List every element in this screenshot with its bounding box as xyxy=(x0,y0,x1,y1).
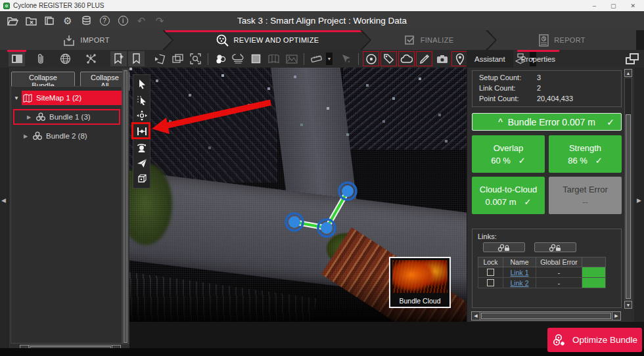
redo-icon[interactable]: ↷ xyxy=(151,14,168,28)
tree-item-bundle-2[interactable]: ▶ Bundle 2 (8) xyxy=(11,129,122,143)
sitemap-tree: ▼ SiteMap 1 (2) ▶ Bundle 1 (3) ▶ xyxy=(11,86,122,344)
review-magnifier-icon xyxy=(216,33,229,47)
tile-overlap: Overlap 60 %✓ xyxy=(472,135,545,173)
scroll-down-icon[interactable]: ▼ xyxy=(624,301,632,309)
expander-right-icon[interactable]: ▶ xyxy=(24,114,34,120)
add-bookmark-icon[interactable] xyxy=(110,51,127,66)
scroll-up-icon[interactable]: ▲ xyxy=(624,69,632,77)
properties-vertical-scrollbar[interactable]: ▲ ▼ xyxy=(624,69,632,309)
workflow-bar: IMPORT REVIEW AND OPTIMIZE FINALIZE REPO… xyxy=(0,30,644,50)
import-download-icon xyxy=(62,35,76,46)
minimize-button[interactable]: – xyxy=(593,3,596,9)
tree-item-sitemap-1[interactable]: ▼ SiteMap 1 (2) xyxy=(11,91,122,105)
main-toolbar: ⚙ ? i ↶ ↷ Task 3 : Smart Align Project :… xyxy=(0,11,644,30)
web-globe-icon[interactable] xyxy=(57,51,74,66)
app-logo-icon xyxy=(3,3,10,9)
plane-view-icon[interactable] xyxy=(248,51,264,66)
links-label: Links: xyxy=(478,233,621,240)
link-2-link[interactable]: Link 2 xyxy=(510,279,528,287)
lock-links-button[interactable] xyxy=(483,242,525,252)
bookmark-icon[interactable] xyxy=(128,51,145,66)
settings-gear-icon[interactable]: ⚙ xyxy=(59,14,76,28)
measure-tool-icon[interactable] xyxy=(308,51,325,66)
point-cloud-viewport[interactable]: Bundle Cloud xyxy=(129,68,467,322)
lock-checkbox[interactable] xyxy=(487,269,494,276)
cloud-annotation-icon[interactable] xyxy=(398,51,415,66)
left-panel-collapse-strip[interactable]: ◀ xyxy=(0,68,9,356)
expander-right-icon[interactable]: ▶ xyxy=(20,133,31,139)
tile-target-error: Target Error -- xyxy=(549,177,622,214)
tree-vertical-scrollbar[interactable] xyxy=(122,69,129,344)
import-project-icon[interactable] xyxy=(41,14,58,28)
links-table: Lock Name Global Error Link 1 - Link 2 - xyxy=(478,257,606,288)
link-row-1: Link 1 - xyxy=(478,267,606,278)
attachments-paperclip-icon[interactable] xyxy=(32,51,49,66)
optimize-bundle-button[interactable]: Optimize Bundle xyxy=(547,328,642,352)
storage-database-icon[interactable] xyxy=(78,14,95,28)
active-tool-indicator xyxy=(7,50,26,52)
check-icon: ✓ xyxy=(595,156,603,166)
tree-item-bundle-1[interactable]: ▶ Bundle 1 (3) xyxy=(13,109,120,125)
cyclone-register-window: Cyclone REGISTER 360 PLUS – ▢ ✕ ⚙ ? i ↶ … xyxy=(0,0,644,356)
report-document-icon xyxy=(538,34,549,47)
tab-review-and-optimize[interactable]: REVIEW AND OPTIMIZE xyxy=(164,30,370,50)
collapse-left-icon[interactable]: ◀ xyxy=(1,197,6,204)
tab-finalize[interactable]: FINALIZE xyxy=(362,30,495,50)
link-1-link[interactable]: Link 1 xyxy=(510,269,528,277)
expander-down-icon[interactable]: ▼ xyxy=(11,95,22,101)
image-view-icon[interactable] xyxy=(283,51,300,66)
camera-snapshot-icon[interactable] xyxy=(434,51,450,66)
point-cloud-view-icon[interactable] xyxy=(230,51,246,66)
bundle-icon xyxy=(32,131,43,141)
zoom-region-icon[interactable] xyxy=(187,51,204,66)
duplicate-view-icon[interactable] xyxy=(170,51,186,66)
toolbar-divider xyxy=(208,53,208,65)
network-graph-icon[interactable] xyxy=(83,51,99,66)
export-view-icon[interactable] xyxy=(152,51,168,66)
info-icon[interactable]: i xyxy=(114,14,131,28)
properties-panel: Setup Count: 3 Link Count: 2 Point Count… xyxy=(467,68,634,322)
expand-right-icon[interactable]: ▶ xyxy=(637,197,641,204)
finalize-check-icon xyxy=(404,34,416,46)
lock-checkbox[interactable] xyxy=(487,279,494,286)
scroll-left-icon[interactable]: ◀ xyxy=(471,311,480,321)
toggle-panels-icon[interactable] xyxy=(626,53,639,64)
bundle-cloud-thumbnail xyxy=(392,260,448,293)
link-status-swatch xyxy=(582,278,606,288)
collapse-caret-icon[interactable]: ^ xyxy=(498,117,503,127)
bundle-cloud-preview[interactable]: Bundle Cloud xyxy=(389,257,451,308)
tab-import[interactable]: IMPORT xyxy=(0,30,172,50)
draw-link-pen-icon[interactable] xyxy=(416,51,432,66)
target-marker-icon[interactable] xyxy=(363,51,379,66)
location-pin-icon[interactable] xyxy=(451,51,468,66)
check-icon: ✓ xyxy=(524,197,532,207)
tab-properties[interactable]: Properties xyxy=(513,50,563,68)
close-project-icon[interactable] xyxy=(22,14,39,28)
pick-point-icon[interactable] xyxy=(338,51,354,66)
active-tab-indicator xyxy=(164,30,370,32)
undo-icon[interactable]: ↶ xyxy=(133,14,150,28)
scroll-right-icon[interactable]: ▶ xyxy=(612,311,621,321)
project-panel-icon[interactable] xyxy=(9,51,25,66)
bundle-error-banner[interactable]: ^ Bundle Error 0.007 m ✓ xyxy=(472,113,622,131)
bundle-cloud-label: Bundle Cloud xyxy=(390,297,449,305)
optimize-bundle-icon xyxy=(552,333,568,347)
close-button[interactable]: ✕ xyxy=(630,3,635,9)
window-titlebar: Cyclone REGISTER 360 PLUS – ▢ ✕ xyxy=(0,0,644,11)
side-panel-tabs: Assistant Properties xyxy=(467,50,644,68)
check-icon: ✓ xyxy=(607,117,614,127)
properties-horizontal-scrollbar[interactable]: ◀ ▶ xyxy=(471,311,621,321)
unlock-links-button[interactable] xyxy=(534,242,576,252)
tab-assistant[interactable]: Assistant xyxy=(467,50,513,68)
bundle-view-icon[interactable] xyxy=(212,51,229,66)
check-icon: ✓ xyxy=(518,156,526,166)
panorama-view-icon[interactable] xyxy=(265,51,282,66)
help-icon[interactable]: ? xyxy=(96,14,113,28)
open-project-icon[interactable] xyxy=(4,14,21,28)
measure-dropdown[interactable]: ▼ xyxy=(326,53,333,65)
maximize-button[interactable]: ▢ xyxy=(610,3,616,9)
tab-report[interactable]: REPORT xyxy=(488,30,636,50)
right-panel-collapse-strip[interactable]: ▶ xyxy=(634,68,644,348)
quality-tiles: Overlap 60 %✓ Strength 86 %✓ Cloud-to-Cl… xyxy=(472,135,622,214)
tag-label-icon[interactable] xyxy=(380,51,397,66)
